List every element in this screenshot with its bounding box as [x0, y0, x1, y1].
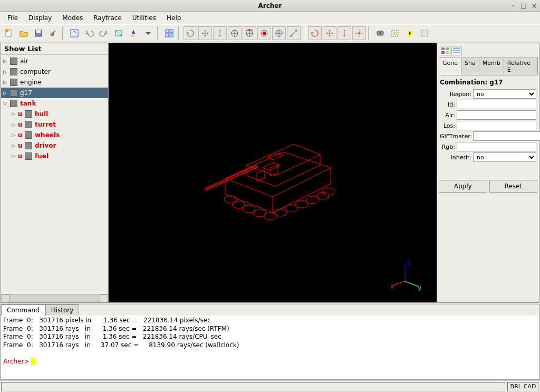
los-input[interactable]: [457, 121, 536, 130]
tree-item-driver[interactable]: ▷udriver: [1, 140, 108, 151]
toolbar: [0, 24, 540, 42]
minimize-button[interactable]: –: [509, 2, 517, 9]
wireframe-model: [188, 115, 357, 231]
svg-point-39: [379, 32, 381, 34]
inherit-select[interactable]: no: [473, 152, 536, 162]
console-output[interactable]: Frame 0: 301716 pixels in 1.36 sec = 221…: [1, 315, 539, 379]
svg-point-41: [393, 32, 397, 35]
dropdown-icon[interactable]: [141, 26, 155, 40]
multi-view-icon[interactable]: [162, 26, 176, 40]
cut-icon[interactable]: [68, 26, 81, 40]
new-icon[interactable]: [2, 26, 16, 40]
id-input[interactable]: [457, 100, 536, 109]
tree-item-tank[interactable]: ▽tank: [1, 98, 108, 109]
svg-rect-3: [36, 30, 41, 33]
id-label: Id:: [440, 101, 455, 108]
maximize-button[interactable]: □: [520, 2, 527, 9]
air-input[interactable]: [457, 110, 536, 120]
svg-point-53: [322, 188, 334, 195]
svg-rect-61: [441, 47, 445, 50]
tab-command[interactable]: Command: [1, 304, 45, 315]
menu-raytrace[interactable]: Raytrace: [88, 13, 127, 23]
svg-rect-6: [71, 30, 78, 37]
inherit-label: Inherit:: [440, 154, 471, 161]
close-button[interactable]: ×: [531, 2, 538, 9]
apply-button[interactable]: Apply: [439, 180, 487, 193]
separator: [178, 26, 181, 40]
obj-origin-icon[interactable]: [352, 26, 366, 40]
tab-history[interactable]: History: [45, 304, 80, 315]
svg-point-51: [306, 196, 319, 204]
obj-scale-icon[interactable]: [338, 26, 351, 40]
tab-shader[interactable]: Sha: [461, 58, 479, 75]
menu-display[interactable]: Display: [23, 13, 57, 23]
tree-item-wheels[interactable]: ▷uwheels: [1, 130, 108, 140]
tree-item-hull[interactable]: ▷uhull: [1, 109, 108, 119]
svg-rect-13: [170, 34, 173, 37]
tree-item-computer[interactable]: ▷computer: [1, 66, 108, 77]
menu-utilities[interactable]: Utilities: [127, 13, 161, 23]
region-select[interactable]: no: [473, 89, 536, 99]
svg-point-44: [232, 201, 245, 208]
raytrace-icon[interactable]: [373, 26, 387, 40]
reset-button[interactable]: Reset: [489, 180, 538, 193]
measure-icon[interactable]: [287, 26, 301, 40]
tree-scrollbar[interactable]: [1, 294, 108, 302]
center-axis-icon[interactable]: [272, 26, 286, 40]
nirt-icon[interactable]: [403, 26, 417, 40]
view-mode-icon-1[interactable]: [440, 46, 450, 55]
menu-help[interactable]: Help: [161, 13, 186, 23]
center-rotate-icon[interactable]: [243, 26, 256, 40]
preferences-icon[interactable]: [46, 26, 60, 40]
viewport[interactable]: z y x: [109, 43, 437, 302]
undo-icon[interactable]: [82, 26, 96, 40]
view-mode-icon-2[interactable]: [451, 46, 462, 55]
svg-line-8: [115, 31, 122, 36]
wireframe-icon[interactable]: [112, 26, 126, 40]
svg-rect-64: [446, 51, 449, 54]
move-icon[interactable]: [198, 26, 212, 40]
tab-relative[interactable]: Relative E: [504, 58, 538, 75]
clear-icon[interactable]: [418, 26, 431, 40]
object-tree[interactable]: ▷air ▷computer ▷engine ▷g17 ▽tank ▷uhull…: [1, 55, 108, 294]
left-panel: Show List ▷air ▷computer ▷engine ▷g17 ▽t…: [1, 43, 109, 302]
rotate-icon[interactable]: [184, 26, 197, 40]
menu-file[interactable]: File: [2, 13, 23, 23]
open-icon[interactable]: [17, 26, 31, 40]
center-select-icon[interactable]: [257, 26, 271, 40]
svg-point-45: [243, 205, 255, 213]
wizard-icon[interactable]: [127, 26, 140, 40]
tree-item-g17[interactable]: ▷g17: [1, 88, 108, 98]
tree-item-engine[interactable]: ▷engine: [1, 77, 108, 88]
obj-rotate-icon[interactable]: [308, 26, 322, 40]
statusbar: BRL-CAD: [0, 380, 540, 392]
menu-modes[interactable]: Modes: [57, 13, 88, 23]
tree-item-fuel[interactable]: ▷ufuel: [1, 151, 108, 161]
properties-panel: Gene Sha Memb Relative E Combination: g1…: [437, 43, 539, 302]
svg-rect-65: [453, 47, 460, 49]
separator: [303, 26, 306, 40]
scale-icon[interactable]: [213, 26, 227, 40]
redo-icon[interactable]: [97, 26, 111, 40]
status-left: [1, 382, 505, 391]
svg-point-49: [285, 205, 297, 212]
svg-rect-10: [166, 30, 169, 33]
rgb-input[interactable]: [457, 142, 536, 151]
svg-line-57: [392, 281, 405, 285]
giftmater-input[interactable]: [473, 131, 540, 141]
tab-members[interactable]: Memb: [479, 58, 504, 75]
window-title: Archer: [258, 2, 282, 9]
save-icon[interactable]: [32, 26, 45, 40]
framebuffer-icon[interactable]: [388, 26, 402, 40]
svg-rect-43: [421, 30, 428, 36]
combination-label: Combination: g17: [439, 77, 537, 87]
tree-item-turret[interactable]: ▷uturret: [1, 119, 108, 130]
svg-text:y: y: [418, 284, 421, 291]
rgb-label: Rgb:: [440, 144, 455, 150]
svg-text:x: x: [390, 283, 394, 290]
separator: [62, 26, 65, 40]
center-icon[interactable]: [228, 26, 242, 40]
obj-move-icon[interactable]: [323, 26, 336, 40]
tab-general[interactable]: Gene: [439, 58, 461, 75]
tree-item-air[interactable]: ▷air: [1, 56, 108, 66]
